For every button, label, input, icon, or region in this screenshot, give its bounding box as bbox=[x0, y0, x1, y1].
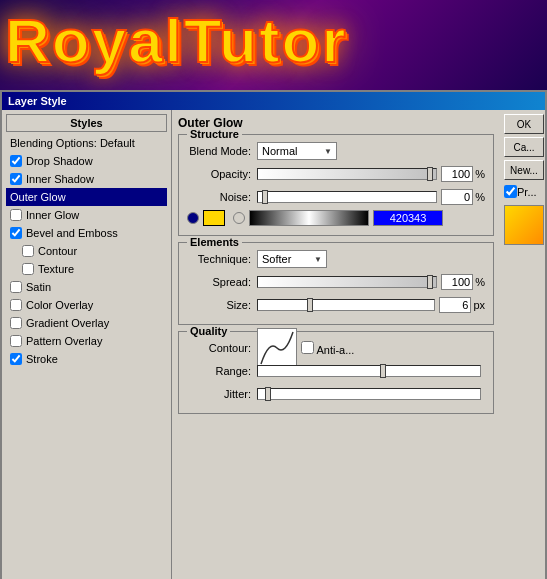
range-slider[interactable] bbox=[257, 365, 481, 377]
gradient-preview[interactable] bbox=[249, 210, 369, 226]
texture-label: Texture bbox=[38, 263, 74, 275]
range-thumb bbox=[380, 364, 386, 378]
technique-label: Technique: bbox=[187, 253, 257, 265]
sidebar-item-blending[interactable]: Blending Options: Default bbox=[6, 134, 167, 152]
blend-mode-arrow: ▼ bbox=[324, 147, 332, 156]
jitter-thumb bbox=[265, 387, 271, 401]
preview-box bbox=[504, 205, 544, 245]
contour-checkbox[interactable] bbox=[22, 245, 34, 257]
stroke-label: Stroke bbox=[26, 353, 58, 365]
new-style-button[interactable]: New... bbox=[504, 160, 544, 180]
technique-value: Softer bbox=[262, 253, 291, 265]
quality-title: Quality bbox=[187, 325, 230, 337]
sidebar-item-inner-glow[interactable]: Inner Glow bbox=[6, 206, 167, 224]
spread-slider[interactable] bbox=[257, 276, 437, 288]
blend-mode-value: Normal bbox=[262, 145, 297, 157]
color-radio[interactable] bbox=[187, 212, 199, 224]
opacity-unit: % bbox=[475, 168, 485, 180]
structure-title: Structure bbox=[187, 128, 242, 140]
anti-alias-checkbox-container: Anti-a... bbox=[301, 341, 354, 356]
sidebar-item-bevel-emboss[interactable]: Bevel and Emboss bbox=[6, 224, 167, 242]
sidebar-item-color-overlay[interactable]: Color Overlay bbox=[6, 296, 167, 314]
anti-alias-checkbox[interactable] bbox=[301, 341, 314, 354]
size-unit: px bbox=[473, 299, 485, 311]
preview-label: Pr... bbox=[517, 186, 537, 198]
color-row: 420343 bbox=[187, 210, 485, 226]
preview-checkbox[interactable] bbox=[504, 185, 517, 198]
contour-label: Contour bbox=[38, 245, 77, 257]
sidebar-item-pattern-overlay[interactable]: Pattern Overlay bbox=[6, 332, 167, 350]
sidebar-item-texture[interactable]: Texture bbox=[6, 260, 167, 278]
technique-row: Technique: Softer ▼ bbox=[187, 249, 485, 269]
size-thumb bbox=[307, 298, 313, 312]
satin-label: Satin bbox=[26, 281, 51, 293]
jitter-slider[interactable] bbox=[257, 388, 481, 400]
opacity-slider[interactable] bbox=[257, 168, 437, 180]
bevel-emboss-label: Bevel and Emboss bbox=[26, 227, 118, 239]
color-swatch[interactable] bbox=[203, 210, 225, 226]
inner-shadow-checkbox[interactable] bbox=[10, 173, 22, 185]
opacity-label: Opacity: bbox=[187, 168, 257, 180]
elements-section: Elements Technique: Softer ▼ Spread: 100 bbox=[178, 242, 494, 325]
jitter-label: Jitter: bbox=[187, 388, 257, 400]
sidebar-item-satin[interactable]: Satin bbox=[6, 278, 167, 296]
gradient-overlay-label: Gradient Overlay bbox=[26, 317, 109, 329]
noise-value[interactable]: 0 bbox=[441, 189, 473, 205]
inner-glow-label: Inner Glow bbox=[26, 209, 79, 221]
sidebar-item-contour[interactable]: Contour bbox=[6, 242, 167, 260]
noise-slider[interactable] bbox=[257, 191, 437, 203]
banner: RoyalTutor bbox=[0, 0, 547, 90]
blend-mode-label: Blend Mode: bbox=[187, 145, 257, 157]
drop-shadow-checkbox[interactable] bbox=[10, 155, 22, 167]
cancel-button[interactable]: Ca... bbox=[504, 137, 544, 157]
ok-button[interactable]: OK bbox=[504, 114, 544, 134]
size-value[interactable]: 6 bbox=[439, 297, 471, 313]
anti-alias-label: Anti-a... bbox=[316, 344, 354, 356]
contour-preview[interactable] bbox=[257, 328, 297, 368]
sidebar-item-stroke[interactable]: Stroke bbox=[6, 350, 167, 368]
pattern-overlay-checkbox[interactable] bbox=[10, 335, 22, 347]
blend-mode-row: Blend Mode: Normal ▼ bbox=[187, 141, 485, 161]
size-slider[interactable] bbox=[257, 299, 435, 311]
banner-text: RoyalTutor bbox=[5, 5, 348, 76]
jitter-row: Jitter: bbox=[187, 384, 485, 404]
sidebar-item-drop-shadow[interactable]: Drop Shadow bbox=[6, 152, 167, 170]
color-overlay-label: Color Overlay bbox=[26, 299, 93, 311]
preview-row: Pr... bbox=[504, 185, 541, 198]
inner-shadow-label: Inner Shadow bbox=[26, 173, 94, 185]
satin-checkbox[interactable] bbox=[10, 281, 22, 293]
dialog-titlebar: Layer Style bbox=[2, 92, 545, 110]
contour-row: Contour: Anti-a... bbox=[187, 338, 485, 358]
size-label: Size: bbox=[187, 299, 257, 311]
bevel-emboss-checkbox[interactable] bbox=[10, 227, 22, 239]
blending-label: Blending Options: Default bbox=[10, 137, 135, 149]
dialog-title: Layer Style bbox=[8, 95, 67, 107]
sidebar-item-gradient-overlay[interactable]: Gradient Overlay bbox=[6, 314, 167, 332]
blend-mode-dropdown[interactable]: Normal ▼ bbox=[257, 142, 337, 160]
color-value[interactable]: 420343 bbox=[373, 210, 443, 226]
contour-svg bbox=[259, 330, 295, 366]
gradient-radio[interactable] bbox=[233, 212, 245, 224]
color-overlay-checkbox[interactable] bbox=[10, 299, 22, 311]
range-label: Range: bbox=[187, 365, 257, 377]
opacity-value[interactable]: 100 bbox=[441, 166, 473, 182]
sidebar-item-inner-shadow[interactable]: Inner Shadow bbox=[6, 170, 167, 188]
spread-value[interactable]: 100 bbox=[441, 274, 473, 290]
right-buttons-panel: OK Ca... New... Pr... bbox=[500, 110, 545, 579]
size-row: Size: 6 px bbox=[187, 295, 485, 315]
main-content: Outer Glow Structure Blend Mode: Normal … bbox=[172, 110, 500, 579]
inner-glow-checkbox[interactable] bbox=[10, 209, 22, 221]
quality-section: Quality Contour: Anti-a... bbox=[178, 331, 494, 414]
texture-checkbox[interactable] bbox=[22, 263, 34, 275]
technique-arrow: ▼ bbox=[314, 255, 322, 264]
layer-style-dialog: Layer Style Styles Blending Options: Def… bbox=[0, 90, 547, 579]
pattern-overlay-label: Pattern Overlay bbox=[26, 335, 102, 347]
elements-title: Elements bbox=[187, 236, 242, 248]
gradient-overlay-checkbox[interactable] bbox=[10, 317, 22, 329]
dialog-body: Styles Blending Options: Default Drop Sh… bbox=[2, 110, 545, 579]
outer-glow-label: Outer Glow bbox=[10, 191, 66, 203]
technique-dropdown[interactable]: Softer ▼ bbox=[257, 250, 327, 268]
range-row: Range: bbox=[187, 361, 485, 381]
sidebar-item-outer-glow[interactable]: Outer Glow bbox=[6, 188, 167, 206]
stroke-checkbox[interactable] bbox=[10, 353, 22, 365]
